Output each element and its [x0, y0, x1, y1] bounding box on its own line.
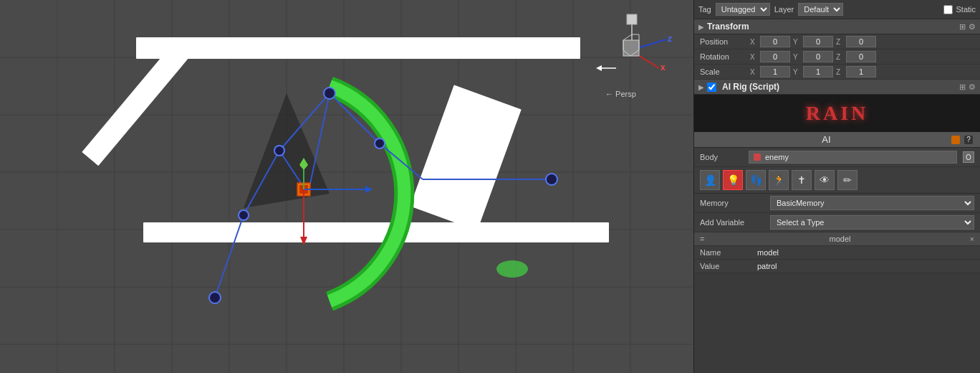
ai-rig-header: ▶ AI Rig (Script) ⊞ ⚙ — [694, 80, 980, 95]
ai-question-icon[interactable]: ? — [964, 136, 973, 144]
add-variable-select[interactable]: Select a Type — [770, 215, 974, 230]
svg-point-45 — [496, 260, 528, 278]
tool-icon-sword[interactable]: ✝ — [792, 170, 812, 190]
svg-text:← Persp: ← Persp — [605, 90, 636, 98]
var-equals-icon: = — [700, 235, 704, 243]
body-o-button[interactable]: O — [963, 151, 974, 163]
rotation-x-label: X — [750, 53, 759, 61]
tool-icon-person[interactable]: 👤 — [700, 170, 720, 190]
rotation-y-input[interactable] — [803, 51, 833, 62]
add-variable-row: Add Variable Select a Type — [694, 213, 980, 232]
scale-xyz: X Y Z — [750, 66, 974, 77]
ai-rig-title: AI Rig (Script) — [722, 82, 779, 92]
transform-header: ▶ Transform ⊞ ⚙ — [694, 19, 980, 34]
ai-orange-dot[interactable] — [951, 136, 960, 144]
rain-logo-area: RAIN — [694, 95, 980, 132]
var-close-button[interactable]: × — [970, 235, 974, 243]
svg-point-31 — [324, 88, 335, 99]
enemy-dot — [754, 154, 761, 161]
inspector-panel: Tag Untagged Layer Default Static ▶ Tran… — [693, 0, 980, 373]
ai-rig-enabled-checkbox[interactable] — [707, 82, 716, 92]
tool-icon-pencil[interactable]: ✏ — [837, 170, 858, 190]
ai-label-bar: AI ? — [694, 132, 980, 148]
position-x-label: X — [750, 38, 759, 46]
svg-point-35 — [375, 138, 385, 148]
memory-select[interactable]: BasicMemory — [770, 196, 974, 210]
rotation-z-label: Z — [836, 53, 845, 61]
scale-label: Scale — [700, 67, 750, 76]
transform-section-icons: ⊞ ⚙ — [959, 22, 976, 32]
var-value-value: patrol — [757, 262, 777, 270]
svg-point-36 — [546, 174, 557, 185]
transform-fold-arrow[interactable]: ▶ — [698, 23, 704, 31]
tool-icon-foot[interactable]: 👣 — [746, 170, 766, 190]
svg-rect-54 — [623, 40, 639, 56]
svg-rect-18 — [136, 37, 580, 59]
viewport-3d[interactable]: z x ← Persp — [0, 0, 693, 373]
rotation-row: Rotation X Y Z — [694, 49, 980, 65]
static-label: Static — [956, 5, 976, 14]
scale-z-label: Z — [836, 68, 845, 76]
ai-rig-fold-arrow[interactable]: ▶ — [698, 83, 704, 91]
icon-toolbar: 👤 💡 👣 🏃 ✝ 👁 ✏ — [694, 167, 980, 194]
svg-text:x: x — [660, 62, 666, 72]
tag-label: Tag — [698, 5, 711, 14]
body-label: Body — [700, 153, 743, 161]
position-z-label: Z — [836, 38, 845, 46]
ai-rig-layout-icon[interactable]: ⊞ — [959, 82, 966, 92]
tool-icon-brain[interactable]: 💡 — [723, 170, 743, 190]
rotation-label: Rotation — [700, 52, 750, 61]
add-variable-label: Add Variable — [700, 218, 764, 227]
tag-select[interactable]: Untagged — [716, 3, 770, 16]
body-row: Body enemy O — [694, 148, 980, 167]
transform-title: Transform — [707, 22, 749, 32]
body-value-box: enemy — [749, 151, 957, 164]
rotation-z-input[interactable] — [846, 51, 876, 62]
scale-x-input[interactable] — [760, 66, 790, 77]
var-name-value: model — [757, 248, 779, 257]
position-y-label: Y — [793, 38, 802, 46]
memory-row: Memory BasicMemory — [694, 194, 980, 213]
svg-text:z: z — [668, 34, 672, 44]
transform-settings-icon[interactable]: ⚙ — [969, 22, 976, 32]
layer-select[interactable]: Default — [798, 3, 843, 16]
var-header-name: model — [710, 235, 969, 243]
tool-icon-run[interactable]: 🏃 — [769, 170, 789, 190]
var-name-label: Name — [700, 248, 757, 257]
position-z-input[interactable] — [846, 36, 876, 47]
svg-point-32 — [274, 146, 284, 156]
layer-label: Layer — [774, 5, 794, 14]
svg-rect-52 — [627, 14, 637, 24]
variable-header: = model × — [694, 232, 980, 246]
scale-row: Scale X Y Z — [694, 65, 980, 80]
rotation-x-input[interactable] — [760, 51, 790, 62]
position-label: Position — [700, 37, 750, 46]
transform-layout-icon[interactable]: ⊞ — [959, 22, 966, 32]
rain-logo: RAIN — [694, 102, 980, 125]
tag-layer-bar: Tag Untagged Layer Default Static — [694, 0, 980, 19]
scale-z-input[interactable] — [846, 66, 876, 77]
ai-label-icons: ? — [951, 136, 973, 144]
scale-y-input[interactable] — [803, 66, 833, 77]
ai-rig-settings-icon[interactable]: ⚙ — [969, 82, 976, 92]
body-value: enemy — [765, 153, 789, 161]
position-x-input[interactable] — [760, 36, 790, 47]
ai-text-label: AI — [701, 134, 951, 145]
svg-point-34 — [209, 292, 221, 303]
scale-y-label: Y — [793, 68, 802, 76]
svg-point-33 — [239, 210, 249, 220]
rotation-y-label: Y — [793, 53, 802, 61]
position-y-input[interactable] — [803, 36, 833, 47]
position-row: Position X Y Z — [694, 34, 980, 49]
scene-svg: z x ← Persp — [0, 0, 693, 373]
svg-rect-21 — [143, 222, 609, 242]
scale-x-label: X — [750, 68, 759, 76]
ai-rig-section-icons: ⊞ ⚙ — [959, 82, 976, 92]
rotation-xyz: X Y Z — [750, 51, 974, 62]
var-value-row: Value patrol — [694, 260, 980, 273]
memory-label: Memory — [700, 199, 764, 207]
static-checkbox[interactable] — [943, 5, 953, 14]
tool-icon-eye[interactable]: 👁 — [815, 170, 835, 190]
var-value-label: Value — [700, 262, 757, 270]
var-name-row: Name model — [694, 246, 980, 260]
